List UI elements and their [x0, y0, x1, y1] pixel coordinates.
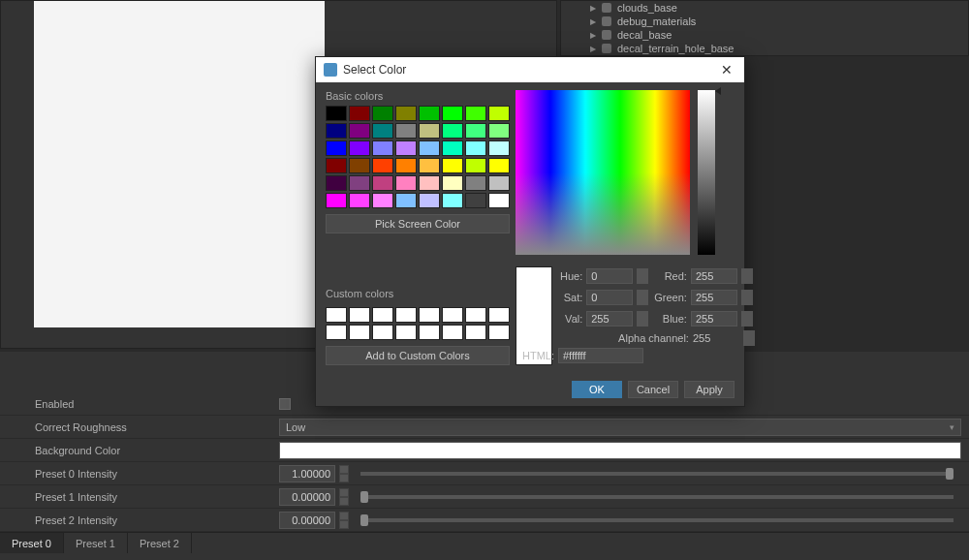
basic-swatch[interactable]	[488, 106, 510, 121]
tree-item[interactable]: ▶decal_base	[561, 28, 968, 42]
outline-tree[interactable]: ▶clouds_base ▶debug_materials ▶decal_bas…	[560, 0, 969, 56]
value-marker-icon[interactable]	[715, 87, 721, 95]
basic-swatch[interactable]	[419, 106, 440, 121]
basic-swatch[interactable]	[442, 193, 463, 208]
basic-swatch[interactable]	[488, 193, 510, 208]
basic-swatch[interactable]	[326, 158, 347, 173]
basic-swatch[interactable]	[395, 193, 417, 208]
ok-button[interactable]: OK	[572, 381, 622, 398]
preset1-intensity-input[interactable]: 0.00000	[279, 488, 335, 506]
tree-item[interactable]: ▶clouds_base	[561, 1, 968, 15]
basic-swatch[interactable]	[349, 123, 370, 139]
spinner[interactable]	[637, 290, 648, 305]
basic-swatch[interactable]	[442, 106, 463, 121]
slider-thumb[interactable]	[360, 491, 368, 503]
basic-swatch[interactable]	[442, 123, 463, 139]
expand-icon[interactable]: ▶	[590, 45, 596, 53]
pick-screen-color-button[interactable]: Pick Screen Color	[326, 214, 510, 233]
basic-swatch[interactable]	[488, 123, 510, 139]
apply-button[interactable]: Apply	[684, 381, 735, 398]
cancel-button[interactable]: Cancel	[628, 381, 678, 398]
basic-swatch[interactable]	[442, 140, 463, 156]
basic-swatch[interactable]	[419, 175, 440, 191]
alpha-input[interactable]: 255	[693, 332, 739, 344]
basic-swatch[interactable]	[465, 140, 486, 156]
basic-swatch[interactable]	[372, 106, 393, 121]
expand-icon[interactable]: ▶	[590, 31, 596, 40]
red-input[interactable]: 255	[691, 268, 737, 284]
basic-swatch[interactable]	[419, 158, 440, 173]
basic-swatch[interactable]	[395, 106, 417, 121]
custom-swatch[interactable]	[488, 307, 510, 323]
custom-swatch[interactable]	[488, 325, 510, 340]
basic-swatch[interactable]	[326, 175, 347, 191]
basic-swatch[interactable]	[326, 106, 347, 121]
val-input[interactable]: 255	[586, 311, 633, 327]
basic-swatch[interactable]	[349, 193, 370, 208]
basic-swatch[interactable]	[372, 158, 393, 173]
spinner[interactable]	[637, 268, 648, 284]
basic-swatch[interactable]	[465, 123, 486, 139]
basic-swatch[interactable]	[395, 123, 417, 139]
custom-swatch[interactable]	[372, 325, 393, 340]
spinner[interactable]	[339, 512, 349, 529]
basic-swatch[interactable]	[372, 175, 393, 191]
basic-swatch[interactable]	[465, 175, 486, 191]
background-color-swatch[interactable]	[279, 442, 961, 459]
slider-thumb[interactable]	[946, 468, 953, 480]
custom-swatch[interactable]	[442, 325, 463, 340]
spinner[interactable]	[339, 465, 349, 482]
custom-swatch[interactable]	[395, 325, 417, 340]
basic-swatch[interactable]	[372, 123, 393, 139]
basic-swatch[interactable]	[349, 106, 370, 121]
basic-swatch[interactable]	[465, 193, 486, 208]
tree-item[interactable]: ▶debug_materials	[561, 15, 968, 28]
spinner[interactable]	[741, 268, 753, 284]
custom-swatch[interactable]	[349, 325, 370, 340]
close-icon[interactable]: ✕	[717, 62, 736, 78]
expand-icon[interactable]: ▶	[590, 17, 596, 26]
basic-swatch[interactable]	[488, 175, 510, 191]
basic-swatch[interactable]	[419, 140, 440, 156]
custom-swatch[interactable]	[326, 325, 347, 340]
green-input[interactable]: 255	[691, 290, 737, 305]
basic-swatch[interactable]	[442, 158, 463, 173]
basic-swatch[interactable]	[395, 175, 417, 191]
preset2-intensity-slider[interactable]	[360, 518, 953, 522]
basic-swatch[interactable]	[395, 158, 417, 173]
preset1-intensity-slider[interactable]	[360, 495, 953, 499]
custom-swatch[interactable]	[395, 307, 417, 323]
basic-swatch[interactable]	[465, 158, 486, 173]
basic-swatch[interactable]	[488, 140, 510, 156]
add-to-custom-colors-button[interactable]: Add to Custom Colors	[326, 346, 510, 365]
basic-swatch[interactable]	[419, 193, 440, 208]
blue-input[interactable]: 255	[691, 311, 737, 327]
basic-swatch[interactable]	[372, 193, 393, 208]
basic-swatch[interactable]	[326, 193, 347, 208]
preset2-intensity-input[interactable]: 0.00000	[279, 512, 335, 529]
html-input[interactable]: #ffffff	[558, 348, 643, 363]
basic-swatch[interactable]	[372, 140, 393, 156]
correct-roughness-select[interactable]: Low▾	[279, 419, 961, 436]
basic-swatch[interactable]	[349, 158, 370, 173]
basic-swatch[interactable]	[488, 158, 510, 173]
tree-item[interactable]: ▶decal_terrain_hole_base	[561, 42, 968, 55]
expand-icon[interactable]: ▶	[590, 4, 596, 13]
tab-preset0[interactable]: Preset 0	[0, 533, 64, 553]
basic-swatch[interactable]	[395, 140, 417, 156]
tab-preset1[interactable]: Preset 1	[64, 533, 128, 553]
custom-swatch[interactable]	[326, 307, 347, 323]
basic-swatch[interactable]	[326, 123, 347, 139]
custom-swatch[interactable]	[349, 307, 370, 323]
custom-swatch[interactable]	[419, 325, 440, 340]
dialog-titlebar[interactable]: Select Color ✕	[316, 57, 744, 82]
custom-swatch[interactable]	[465, 307, 486, 323]
preset0-intensity-input[interactable]: 1.00000	[279, 465, 335, 482]
basic-swatch[interactable]	[419, 123, 440, 139]
preset0-intensity-slider[interactable]	[360, 472, 953, 476]
spinner[interactable]	[637, 311, 648, 327]
spinner[interactable]	[741, 311, 753, 327]
basic-swatch[interactable]	[442, 175, 463, 191]
basic-swatch[interactable]	[465, 106, 486, 121]
hue-input[interactable]: 0	[586, 268, 633, 284]
